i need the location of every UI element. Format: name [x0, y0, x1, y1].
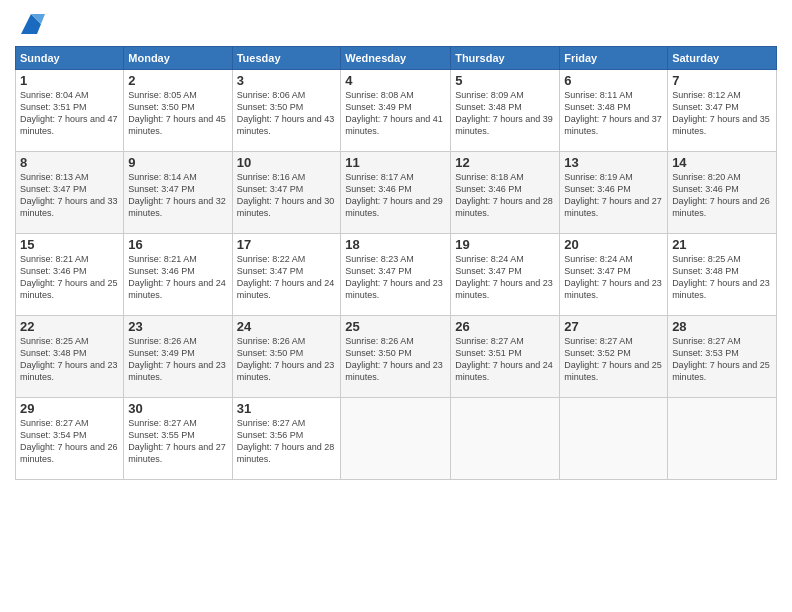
day-content: Sunrise: 8:19 AMSunset: 3:46 PMDaylight:…: [564, 171, 663, 220]
day-number: 3: [237, 73, 337, 88]
calendar-cell: 12Sunrise: 8:18 AMSunset: 3:46 PMDayligh…: [451, 152, 560, 234]
day-number: 1: [20, 73, 119, 88]
day-content: Sunrise: 8:20 AMSunset: 3:46 PMDaylight:…: [672, 171, 772, 220]
day-number: 29: [20, 401, 119, 416]
day-content: Sunrise: 8:26 AMSunset: 3:50 PMDaylight:…: [345, 335, 446, 384]
header: [15, 10, 777, 38]
day-number: 20: [564, 237, 663, 252]
calendar-cell: 6Sunrise: 8:11 AMSunset: 3:48 PMDaylight…: [560, 70, 668, 152]
day-content: Sunrise: 8:22 AMSunset: 3:47 PMDaylight:…: [237, 253, 337, 302]
day-content: Sunrise: 8:09 AMSunset: 3:48 PMDaylight:…: [455, 89, 555, 138]
calendar-cell: 24Sunrise: 8:26 AMSunset: 3:50 PMDayligh…: [232, 316, 341, 398]
day-number: 8: [20, 155, 119, 170]
calendar-day-header: Friday: [560, 47, 668, 70]
logo-icon: [17, 10, 45, 38]
calendar-cell: 7Sunrise: 8:12 AMSunset: 3:47 PMDaylight…: [668, 70, 777, 152]
day-content: Sunrise: 8:27 AMSunset: 3:56 PMDaylight:…: [237, 417, 337, 466]
day-number: 28: [672, 319, 772, 334]
calendar-cell: 5Sunrise: 8:09 AMSunset: 3:48 PMDaylight…: [451, 70, 560, 152]
day-number: 30: [128, 401, 227, 416]
day-content: Sunrise: 8:21 AMSunset: 3:46 PMDaylight:…: [128, 253, 227, 302]
day-content: Sunrise: 8:25 AMSunset: 3:48 PMDaylight:…: [672, 253, 772, 302]
day-number: 23: [128, 319, 227, 334]
calendar-cell: [668, 398, 777, 480]
day-number: 2: [128, 73, 227, 88]
calendar-week-row: 15Sunrise: 8:21 AMSunset: 3:46 PMDayligh…: [16, 234, 777, 316]
day-number: 27: [564, 319, 663, 334]
day-content: Sunrise: 8:27 AMSunset: 3:55 PMDaylight:…: [128, 417, 227, 466]
calendar-cell: 22Sunrise: 8:25 AMSunset: 3:48 PMDayligh…: [16, 316, 124, 398]
day-number: 26: [455, 319, 555, 334]
calendar-day-header: Sunday: [16, 47, 124, 70]
calendar-cell: 23Sunrise: 8:26 AMSunset: 3:49 PMDayligh…: [124, 316, 232, 398]
calendar-day-header: Tuesday: [232, 47, 341, 70]
day-content: Sunrise: 8:25 AMSunset: 3:48 PMDaylight:…: [20, 335, 119, 384]
calendar-cell: 4Sunrise: 8:08 AMSunset: 3:49 PMDaylight…: [341, 70, 451, 152]
day-number: 17: [237, 237, 337, 252]
calendar-week-row: 8Sunrise: 8:13 AMSunset: 3:47 PMDaylight…: [16, 152, 777, 234]
day-number: 12: [455, 155, 555, 170]
day-content: Sunrise: 8:24 AMSunset: 3:47 PMDaylight:…: [564, 253, 663, 302]
day-content: Sunrise: 8:16 AMSunset: 3:47 PMDaylight:…: [237, 171, 337, 220]
day-content: Sunrise: 8:05 AMSunset: 3:50 PMDaylight:…: [128, 89, 227, 138]
calendar-cell: 8Sunrise: 8:13 AMSunset: 3:47 PMDaylight…: [16, 152, 124, 234]
day-content: Sunrise: 8:23 AMSunset: 3:47 PMDaylight:…: [345, 253, 446, 302]
calendar-cell: [341, 398, 451, 480]
calendar-week-row: 29Sunrise: 8:27 AMSunset: 3:54 PMDayligh…: [16, 398, 777, 480]
calendar-cell: 26Sunrise: 8:27 AMSunset: 3:51 PMDayligh…: [451, 316, 560, 398]
day-content: Sunrise: 8:12 AMSunset: 3:47 PMDaylight:…: [672, 89, 772, 138]
day-number: 7: [672, 73, 772, 88]
calendar-cell: 3Sunrise: 8:06 AMSunset: 3:50 PMDaylight…: [232, 70, 341, 152]
calendar-cell: 2Sunrise: 8:05 AMSunset: 3:50 PMDaylight…: [124, 70, 232, 152]
day-content: Sunrise: 8:06 AMSunset: 3:50 PMDaylight:…: [237, 89, 337, 138]
day-number: 21: [672, 237, 772, 252]
day-content: Sunrise: 8:04 AMSunset: 3:51 PMDaylight:…: [20, 89, 119, 138]
calendar-cell: 10Sunrise: 8:16 AMSunset: 3:47 PMDayligh…: [232, 152, 341, 234]
calendar-cell: [451, 398, 560, 480]
calendar-day-header: Wednesday: [341, 47, 451, 70]
day-number: 4: [345, 73, 446, 88]
day-content: Sunrise: 8:14 AMSunset: 3:47 PMDaylight:…: [128, 171, 227, 220]
calendar-cell: [560, 398, 668, 480]
day-number: 18: [345, 237, 446, 252]
calendar-cell: 30Sunrise: 8:27 AMSunset: 3:55 PMDayligh…: [124, 398, 232, 480]
day-content: Sunrise: 8:27 AMSunset: 3:52 PMDaylight:…: [564, 335, 663, 384]
day-number: 5: [455, 73, 555, 88]
calendar-cell: 31Sunrise: 8:27 AMSunset: 3:56 PMDayligh…: [232, 398, 341, 480]
day-number: 22: [20, 319, 119, 334]
day-content: Sunrise: 8:27 AMSunset: 3:51 PMDaylight:…: [455, 335, 555, 384]
day-number: 11: [345, 155, 446, 170]
calendar-week-row: 1Sunrise: 8:04 AMSunset: 3:51 PMDaylight…: [16, 70, 777, 152]
day-content: Sunrise: 8:08 AMSunset: 3:49 PMDaylight:…: [345, 89, 446, 138]
day-number: 6: [564, 73, 663, 88]
calendar-cell: 21Sunrise: 8:25 AMSunset: 3:48 PMDayligh…: [668, 234, 777, 316]
day-number: 31: [237, 401, 337, 416]
calendar-cell: 9Sunrise: 8:14 AMSunset: 3:47 PMDaylight…: [124, 152, 232, 234]
day-number: 15: [20, 237, 119, 252]
day-number: 24: [237, 319, 337, 334]
day-content: Sunrise: 8:18 AMSunset: 3:46 PMDaylight:…: [455, 171, 555, 220]
calendar-cell: 19Sunrise: 8:24 AMSunset: 3:47 PMDayligh…: [451, 234, 560, 316]
logo: [15, 10, 45, 38]
calendar-cell: 25Sunrise: 8:26 AMSunset: 3:50 PMDayligh…: [341, 316, 451, 398]
day-number: 10: [237, 155, 337, 170]
calendar-cell: 28Sunrise: 8:27 AMSunset: 3:53 PMDayligh…: [668, 316, 777, 398]
page: SundayMondayTuesdayWednesdayThursdayFrid…: [0, 0, 792, 612]
day-content: Sunrise: 8:26 AMSunset: 3:50 PMDaylight:…: [237, 335, 337, 384]
calendar-cell: 1Sunrise: 8:04 AMSunset: 3:51 PMDaylight…: [16, 70, 124, 152]
calendar-cell: 14Sunrise: 8:20 AMSunset: 3:46 PMDayligh…: [668, 152, 777, 234]
day-content: Sunrise: 8:27 AMSunset: 3:54 PMDaylight:…: [20, 417, 119, 466]
calendar-cell: 15Sunrise: 8:21 AMSunset: 3:46 PMDayligh…: [16, 234, 124, 316]
day-content: Sunrise: 8:24 AMSunset: 3:47 PMDaylight:…: [455, 253, 555, 302]
calendar-cell: 11Sunrise: 8:17 AMSunset: 3:46 PMDayligh…: [341, 152, 451, 234]
day-content: Sunrise: 8:17 AMSunset: 3:46 PMDaylight:…: [345, 171, 446, 220]
calendar-table: SundayMondayTuesdayWednesdayThursdayFrid…: [15, 46, 777, 480]
day-content: Sunrise: 8:27 AMSunset: 3:53 PMDaylight:…: [672, 335, 772, 384]
calendar-cell: 18Sunrise: 8:23 AMSunset: 3:47 PMDayligh…: [341, 234, 451, 316]
calendar-day-header: Saturday: [668, 47, 777, 70]
day-number: 16: [128, 237, 227, 252]
calendar-header-row: SundayMondayTuesdayWednesdayThursdayFrid…: [16, 47, 777, 70]
calendar-cell: 27Sunrise: 8:27 AMSunset: 3:52 PMDayligh…: [560, 316, 668, 398]
calendar-day-header: Thursday: [451, 47, 560, 70]
calendar-cell: 20Sunrise: 8:24 AMSunset: 3:47 PMDayligh…: [560, 234, 668, 316]
